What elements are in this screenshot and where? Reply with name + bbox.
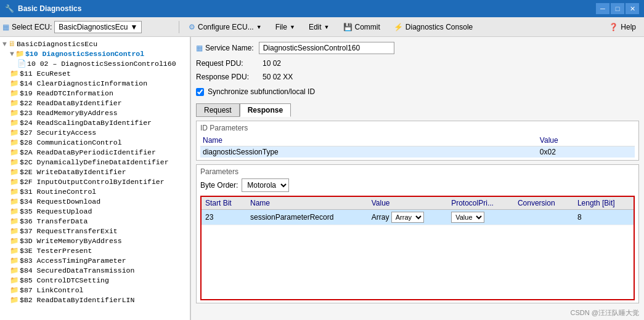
tree-item[interactable]: 📁 $36 TransferData xyxy=(0,216,190,226)
folder-icon: 📁 xyxy=(10,158,18,166)
tree-item[interactable]: 📁 $11 EcuReset xyxy=(0,68,190,78)
data-table-container: Start Bit Name Value ProtocolPri... Conv… xyxy=(200,196,635,300)
tree-panel[interactable]: ▼ 🖥 BasicDiagnosticsEcu ▼ 📁 $10 Diagnost… xyxy=(0,37,191,320)
folder-icon: 📁 xyxy=(10,246,18,255)
tree-root[interactable]: ▼ 🖥 BasicDiagnosticsEcu xyxy=(0,39,190,49)
col-name: Name xyxy=(247,197,368,210)
folder-icon: 📁 xyxy=(10,266,18,274)
folder-icon: 📁 xyxy=(10,167,18,176)
tree-item-label: $28 CommunicationControl xyxy=(20,138,122,146)
diagnostics-console-button[interactable]: ⚡ Diagnostics Console xyxy=(388,20,478,34)
tree-item-label: $35 RequestUpload xyxy=(20,207,92,215)
tree-item[interactable]: 📁 $35 RequestUpload xyxy=(0,206,190,216)
tree-item-label: $2F InputOutputControlByIdentifier xyxy=(20,178,165,186)
commit-icon: 💾 xyxy=(343,23,353,31)
tree-item[interactable]: 📁 $28 CommunicationControl xyxy=(0,137,190,147)
service-name-label: ▦ Service Name: xyxy=(196,44,254,52)
tree-item-label: $2A ReadDataByPeriodicIdentifier xyxy=(20,148,156,156)
tree-item-label: $2C DynamicallyDefineDataIdentifier xyxy=(20,158,169,166)
sync-checkbox-label[interactable]: Synchronize subfunction/local ID xyxy=(208,87,315,96)
diagnostics-icon: ⚡ xyxy=(394,23,403,31)
service-name-row: ▦ Service Name: DiagnosticSessionControl… xyxy=(196,42,639,54)
request-pdu-row: Request PDU: 10 02 xyxy=(196,59,639,68)
folder-expand-icon: ▼ xyxy=(10,50,14,58)
tree-item[interactable]: 📁 $85 ControlDTCSetting xyxy=(0,275,190,285)
table-row: diagnosticSessionType 0x02 xyxy=(200,146,635,158)
folder-icon: 📁 xyxy=(10,148,18,156)
tree-item-label: $34 RequestDownload xyxy=(20,198,100,206)
folder-icon: 📁 xyxy=(10,177,18,186)
folder-icon: 📁 xyxy=(10,98,18,107)
folder-icon: 📁 xyxy=(10,207,18,215)
tree-item[interactable]: 📁 $22 ReadDataByIdentifier xyxy=(0,98,190,108)
tree-item[interactable]: 📁 $2A ReadDataByPeriodicIdentifier xyxy=(0,147,190,157)
tree-item[interactable]: 📁 $84 SecuredDataTransmission xyxy=(0,265,190,275)
tree-root-expand-icon: ▼ xyxy=(2,40,7,48)
folder-icon: 📁 xyxy=(10,118,18,127)
tree-item[interactable]: 📁 $24 ReadScalingDataByIdentifier xyxy=(0,118,190,127)
tree-item[interactable]: 📁 $2F InputOutputControlByIdentifier xyxy=(0,177,190,186)
folder-icon: 📁 xyxy=(10,108,18,117)
folder-icon: 📁 xyxy=(10,286,18,294)
response-pdu-value: 50 02 XX xyxy=(263,73,293,81)
tree-item[interactable]: 📁 $37 RequestTransferExit xyxy=(0,226,190,236)
tree-item-label: $31 RoutineControl xyxy=(20,188,96,196)
cell-name: sessionParameterRecord xyxy=(247,210,368,225)
folder-icon: 📁 xyxy=(10,217,18,225)
tree-item[interactable]: 📁 $3D WriteMemoryByAddress xyxy=(0,236,190,246)
id-params-col-name: Name xyxy=(200,135,537,146)
close-button[interactable]: ✕ xyxy=(626,3,639,14)
tree-item[interactable]: 📁 $3E TesterPresent xyxy=(0,246,190,255)
help-button[interactable]: ❓ Help xyxy=(603,20,642,34)
cell-value: Array Array xyxy=(368,210,447,225)
request-pdu-label: Request PDU: xyxy=(196,59,258,68)
tree-item[interactable]: 📁 $23 ReadMemoryByAddress xyxy=(0,108,190,118)
file-icon: 📄 xyxy=(17,59,26,68)
right-panel: ▦ Service Name: DiagnosticSessionControl… xyxy=(191,37,644,320)
tree-item[interactable]: 📄 10 02 – DiagnosticSessionControl160 xyxy=(0,58,190,68)
id-params-table: Name Value diagnosticSessionType 0x02 xyxy=(200,135,635,158)
tree-item[interactable]: 📁 $83 AccessTimingParameter xyxy=(0,255,190,265)
tree-item[interactable]: 📁 $87 LinkControl xyxy=(0,285,190,295)
tree-item[interactable]: ▼ 📁 $10 DiagnosticSessionControl xyxy=(0,49,190,58)
tab-response[interactable]: Response xyxy=(240,103,291,117)
byte-order-select[interactable]: Motorola Intel xyxy=(242,178,289,192)
tree-item[interactable]: 📁 $19 ReadDTCInformation xyxy=(0,88,190,98)
select-ecu-label: ▦ Select ECU: xyxy=(2,23,52,31)
tree-item[interactable]: 📁 $31 RoutineControl xyxy=(0,186,190,196)
tree-item[interactable]: 📁 $34 RequestDownload xyxy=(0,196,190,206)
tree-item[interactable]: 📁 $B2 ReadDataByIdentifierLIN xyxy=(0,295,190,305)
maximize-button[interactable]: □ xyxy=(611,3,624,14)
id-params-value-cell: 0x02 xyxy=(537,146,635,158)
protocol-pri-select[interactable]: Value xyxy=(451,212,484,223)
id-parameters-section: ID Parameters Name Value diagnosticSessi… xyxy=(196,121,639,161)
configure-ecu-button[interactable]: ⚙ Configure ECU... ▼ xyxy=(183,20,267,34)
byte-order-row: Byte Order: Motorola Intel xyxy=(200,178,635,192)
sync-checkbox[interactable] xyxy=(196,88,204,96)
minimize-button[interactable]: ─ xyxy=(596,3,609,14)
cell-length: 8 xyxy=(574,210,634,225)
commit-button[interactable]: 💾 Commit xyxy=(338,20,386,34)
tree-item-label: $83 AccessTimingParameter xyxy=(20,257,126,265)
tree-item-label: $11 EcuReset xyxy=(20,70,71,78)
id-parameters-title: ID Parameters xyxy=(200,124,635,132)
tree-root-label: BasicDiagnosticsEcu xyxy=(17,40,97,48)
tree-item[interactable]: 📁 $27 SecurityAccess xyxy=(0,127,190,137)
title-bar-icon: 🔧 xyxy=(5,4,14,13)
col-length: Length [Bit] xyxy=(574,197,634,210)
tree-item[interactable]: 📁 $2E WriteDataByIdentifier xyxy=(0,167,190,177)
tab-request[interactable]: Request xyxy=(196,103,240,117)
dropdown-arrow-icon: ▼ xyxy=(130,23,137,31)
tree-item[interactable]: 📁 $14 ClearDiagnosticInformation xyxy=(0,78,190,88)
tree-item[interactable]: 📁 $2C DynamicallyDefineDataIdentifier xyxy=(0,157,190,167)
tree-item-label: $84 SecuredDataTransmission xyxy=(20,266,134,274)
title-bar-controls: ─ □ ✕ xyxy=(596,3,639,14)
tree-item-label: $24 ReadScalingDataByIdentifier xyxy=(20,119,152,127)
file-button[interactable]: File ▼ xyxy=(270,20,301,34)
edit-button[interactable]: Edit ▼ xyxy=(303,20,335,34)
folder-icon: 📁 xyxy=(10,226,18,235)
cell-conversion xyxy=(514,210,574,225)
tree-item-label: $14 ClearDiagnosticInformation xyxy=(20,79,147,87)
value-select[interactable]: Array xyxy=(391,212,424,223)
ecu-select-button[interactable]: BasicDiagnosticsEcu ▼ xyxy=(54,21,142,33)
